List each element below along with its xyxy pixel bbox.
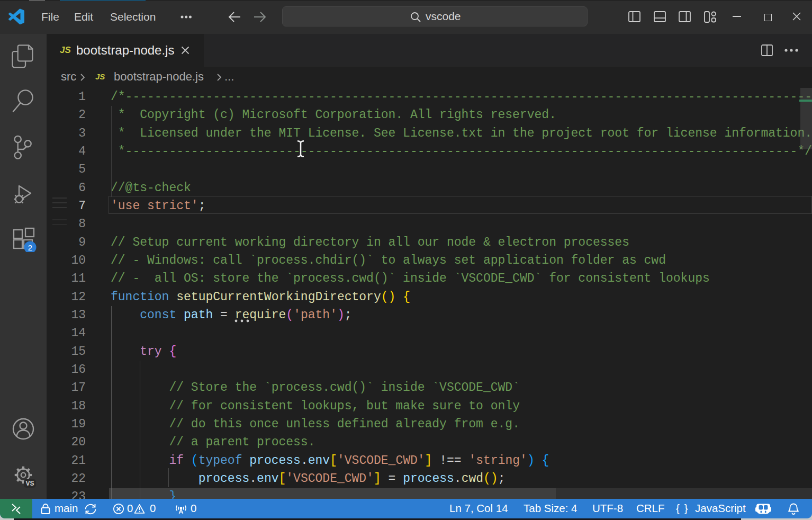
svg-text:2: 2 <box>28 243 32 252</box>
